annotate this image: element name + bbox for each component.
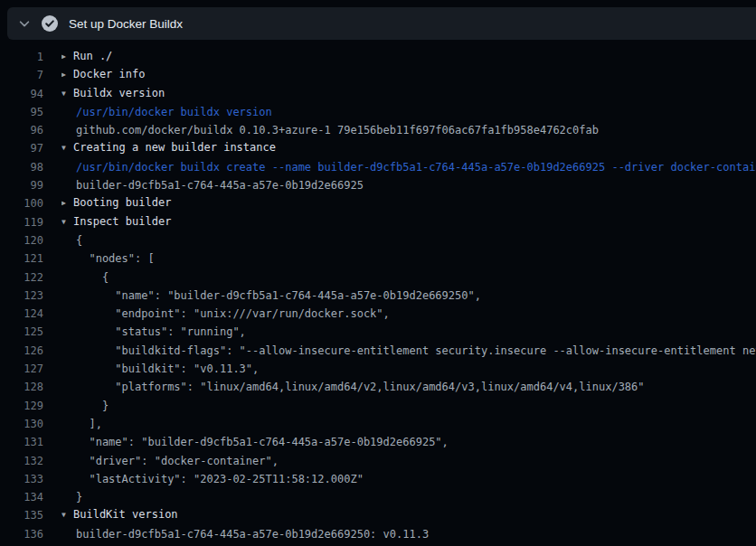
log-line-row: 132 "driver": "docker-container", [0, 452, 756, 470]
log-line-row: 99builder-d9cfb5a1-c764-445a-a57e-0b19d2… [0, 176, 756, 194]
log-line-row: 122 { [0, 268, 756, 287]
log-line-row: 95/usr/bin/docker buildx version [0, 103, 756, 121]
output-text: } [61, 397, 756, 415]
output-text: "nodes": [ [61, 249, 756, 268]
chevron-collapsed-icon[interactable]: ▶ [61, 48, 73, 66]
step-header[interactable]: Set up Docker Buildx [7, 7, 756, 40]
line-number[interactable]: 135 [0, 506, 43, 524]
chevron-expanded-icon[interactable]: ▼ [61, 139, 73, 157]
line-number[interactable]: 131 [0, 433, 43, 451]
chevron-expanded-icon[interactable]: ▼ [61, 213, 73, 231]
line-number[interactable]: 96 [0, 121, 43, 139]
line-number[interactable]: 100 [0, 194, 43, 212]
group-title: Docker info [73, 68, 145, 80]
output-text: { [61, 268, 756, 287]
line-number[interactable]: 128 [0, 378, 43, 396]
output-text: "endpoint": "unix:///var/run/docker.sock… [61, 305, 756, 323]
log-group-row[interactable]: 119▼Inspect builder [0, 213, 756, 231]
output-text: "name": "builder-d9cfb5a1-c764-445a-a57e… [61, 287, 756, 305]
line-number[interactable]: 134 [0, 488, 43, 506]
line-number[interactable]: 98 [0, 158, 43, 176]
log-line-row: 120{ [0, 231, 756, 249]
log-line-row: 126 "buildkitd-flags": "--allow-insecure… [0, 342, 756, 360]
log-line-row: 131 "name": "builder-d9cfb5a1-c764-445a-… [0, 433, 756, 451]
output-text: github.com/docker/buildx 0.10.3+azure-1 … [61, 121, 756, 139]
chevron-expanded-icon[interactable]: ▼ [61, 506, 73, 524]
log-line-row: 127 "buildkit": "v0.11.3", [0, 360, 756, 378]
output-text: builder-d9cfb5a1-c764-445a-a57e-0b19d2e6… [61, 525, 756, 543]
chevron-collapsed-icon[interactable]: ▶ [61, 194, 73, 212]
line-number[interactable]: 130 [0, 415, 43, 433]
group-title: Booting builder [73, 196, 171, 209]
line-number[interactable]: 99 [0, 176, 43, 194]
log-line-row: 96github.com/docker/buildx 0.10.3+azure-… [0, 121, 756, 139]
log-group-row[interactable]: 135▼BuildKit version [0, 506, 756, 524]
output-text: ], [61, 415, 756, 433]
line-number[interactable]: 122 [0, 268, 43, 287]
log-group-row[interactable]: 1▶Run ./ [0, 48, 756, 66]
line-number[interactable]: 127 [0, 360, 43, 378]
group-title: Creating a new builder instance [73, 141, 276, 154]
line-number[interactable]: 120 [0, 231, 43, 249]
output-text: "lastActivity": "2023-02-25T11:58:12.000… [61, 470, 756, 488]
group-title: Inspect builder [73, 215, 171, 228]
line-number[interactable]: 132 [0, 452, 43, 470]
group-title: Buildx version [73, 87, 165, 99]
log-group-row[interactable]: 100▶Booting builder [0, 194, 756, 212]
line-number[interactable]: 124 [0, 305, 43, 323]
line-number[interactable]: 121 [0, 249, 43, 268]
line-number[interactable]: 119 [0, 213, 43, 231]
line-number[interactable]: 136 [0, 525, 43, 543]
log-line-row: 134} [0, 488, 756, 506]
command-text: /usr/bin/docker buildx version [61, 103, 756, 121]
log-group-row[interactable]: 94▼Buildx version [0, 85, 756, 103]
step-title: Set up Docker Buildx [69, 17, 183, 31]
line-number[interactable]: 133 [0, 470, 43, 488]
log-line-row: 136builder-d9cfb5a1-c764-445a-a57e-0b19d… [0, 525, 756, 543]
chevron-expanded-icon[interactable]: ▼ [61, 85, 73, 103]
log-line-row: 125 "status": "running", [0, 323, 756, 341]
line-number[interactable]: 95 [0, 103, 43, 121]
check-circle-icon [42, 15, 58, 32]
chevron-collapsed-icon[interactable]: ▶ [61, 66, 73, 84]
group-title: Run ./ [73, 50, 112, 62]
line-number[interactable]: 94 [0, 85, 43, 103]
output-text: "buildkit": "v0.11.3", [61, 360, 756, 378]
log-line-row: 129 } [0, 397, 756, 415]
log-line-row: 123 "name": "builder-d9cfb5a1-c764-445a-… [0, 287, 756, 305]
output-text: "driver": "docker-container", [61, 452, 756, 470]
log-group-row[interactable]: 7▶Docker info [0, 66, 756, 84]
chevron-down-icon[interactable] [18, 17, 31, 30]
line-number[interactable]: 1 [0, 48, 43, 66]
log-line-row: 124 "endpoint": "unix:///var/run/docker.… [0, 305, 756, 323]
line-number[interactable]: 129 [0, 397, 43, 415]
log-group-row[interactable]: 97▼Creating a new builder instance [0, 139, 756, 157]
line-number[interactable]: 97 [0, 139, 43, 157]
line-number[interactable]: 7 [0, 66, 43, 84]
line-number[interactable]: 126 [0, 342, 43, 360]
line-number[interactable]: 123 [0, 287, 43, 305]
line-number[interactable]: 125 [0, 323, 43, 341]
output-text: "status": "running", [61, 323, 756, 341]
output-text: "platforms": "linux/amd64,linux/amd64/v2… [61, 378, 756, 396]
group-title: BuildKit version [73, 508, 178, 521]
log-line-row: 98/usr/bin/docker buildx create --name b… [0, 158, 756, 176]
output-text: builder-d9cfb5a1-c764-445a-a57e-0b19d2e6… [61, 176, 756, 194]
log-line-row: 133 "lastActivity": "2023-02-25T11:58:12… [0, 470, 756, 488]
output-text: } [61, 488, 756, 506]
output-text: "name": "builder-d9cfb5a1-c764-445a-a57e… [61, 433, 756, 451]
command-text: /usr/bin/docker buildx create --name bui… [61, 158, 756, 176]
log-viewer: 1▶Run ./7▶Docker info94▼Buildx version95… [0, 48, 756, 543]
output-text: "buildkitd-flags": "--allow-insecure-ent… [61, 342, 756, 360]
log-line-row: 128 "platforms": "linux/amd64,linux/amd6… [0, 378, 756, 396]
output-text: { [61, 231, 756, 249]
log-line-row: 130 ], [0, 415, 756, 433]
log-line-row: 121 "nodes": [ [0, 249, 756, 268]
